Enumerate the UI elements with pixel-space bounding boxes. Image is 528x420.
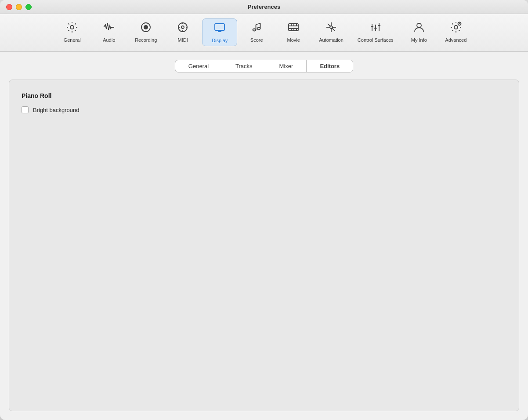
title-bar: Preferences bbox=[0, 0, 528, 14]
my-info-icon bbox=[413, 21, 425, 35]
svg-point-4 bbox=[181, 26, 184, 29]
svg-line-32 bbox=[332, 28, 335, 31]
audio-icon bbox=[103, 21, 115, 35]
toolbar-item-display[interactable]: Display bbox=[202, 18, 237, 46]
content-area: Piano Roll Bright background bbox=[9, 80, 519, 411]
svg-point-2 bbox=[144, 25, 148, 29]
bright-background-checkbox[interactable] bbox=[22, 106, 29, 113]
movie-icon bbox=[287, 21, 300, 35]
toolbar: General Audio Recording bbox=[0, 14, 528, 52]
control-surfaces-icon bbox=[369, 21, 382, 35]
toolbar-label-automation: Automation bbox=[319, 37, 344, 43]
svg-line-31 bbox=[328, 24, 330, 26]
toolbar-label-midi: MIDI bbox=[178, 37, 188, 43]
toolbar-item-advanced[interactable]: Advanced bbox=[438, 18, 474, 46]
preferences-window: Preferences General Audio bbox=[0, 0, 528, 420]
piano-roll-section-title: Piano Roll bbox=[22, 92, 506, 99]
midi-icon bbox=[177, 21, 189, 35]
svg-point-0 bbox=[70, 25, 74, 29]
svg-point-26 bbox=[330, 26, 333, 29]
toolbar-item-recording[interactable]: Recording bbox=[128, 18, 163, 46]
traffic-lights bbox=[6, 4, 32, 10]
gear-icon bbox=[66, 21, 78, 35]
toolbar-item-audio[interactable]: Audio bbox=[91, 18, 127, 46]
toolbar-item-movie[interactable]: Movie bbox=[276, 18, 311, 46]
toolbar-label-display: Display bbox=[212, 38, 228, 43]
advanced-icon bbox=[450, 21, 462, 35]
display-icon bbox=[213, 22, 226, 36]
subtab-general[interactable]: General bbox=[175, 60, 222, 72]
toolbar-item-midi[interactable]: MIDI bbox=[165, 18, 200, 46]
subtab-editors[interactable]: Editors bbox=[307, 60, 353, 72]
svg-rect-9 bbox=[215, 24, 224, 30]
bright-background-row: Bright background bbox=[22, 106, 506, 113]
toolbar-label-audio: Audio bbox=[103, 37, 115, 43]
bright-background-label: Bright background bbox=[33, 107, 80, 113]
subtab-group: General Tracks Mixer Editors bbox=[175, 60, 353, 72]
recording-icon bbox=[140, 21, 152, 35]
toolbar-label-recording: Recording bbox=[135, 37, 157, 43]
toolbar-label-control-surfaces: Control Surfaces bbox=[358, 37, 394, 43]
svg-point-39 bbox=[417, 23, 421, 28]
subtab-mixer[interactable]: Mixer bbox=[266, 60, 307, 72]
svg-point-12 bbox=[253, 29, 256, 31]
svg-point-40 bbox=[454, 25, 458, 29]
maximize-button[interactable] bbox=[25, 4, 32, 10]
window-title: Preferences bbox=[248, 4, 280, 10]
close-button[interactable] bbox=[6, 4, 12, 10]
toolbar-item-control-surfaces[interactable]: Control Surfaces bbox=[351, 18, 400, 46]
toolbar-label-general: General bbox=[64, 37, 81, 43]
toolbar-item-my-info[interactable]: My Info bbox=[401, 18, 437, 46]
toolbar-label-advanced: Advanced bbox=[445, 37, 467, 43]
automation-icon bbox=[325, 21, 337, 35]
svg-line-16 bbox=[256, 23, 260, 25]
toolbar-item-score[interactable]: Score bbox=[239, 18, 274, 46]
toolbar-label-my-info: My Info bbox=[411, 37, 427, 43]
toolbar-label-score: Score bbox=[250, 37, 263, 43]
score-icon bbox=[250, 21, 263, 35]
subtab-tracks[interactable]: Tracks bbox=[222, 60, 266, 72]
subtab-bar: General Tracks Mixer Editors bbox=[0, 52, 528, 80]
toolbar-label-movie: Movie bbox=[287, 37, 300, 43]
toolbar-item-general[interactable]: General bbox=[54, 18, 90, 46]
svg-point-13 bbox=[257, 28, 260, 30]
toolbar-item-automation[interactable]: Automation bbox=[313, 18, 350, 46]
minimize-button[interactable] bbox=[16, 4, 22, 10]
